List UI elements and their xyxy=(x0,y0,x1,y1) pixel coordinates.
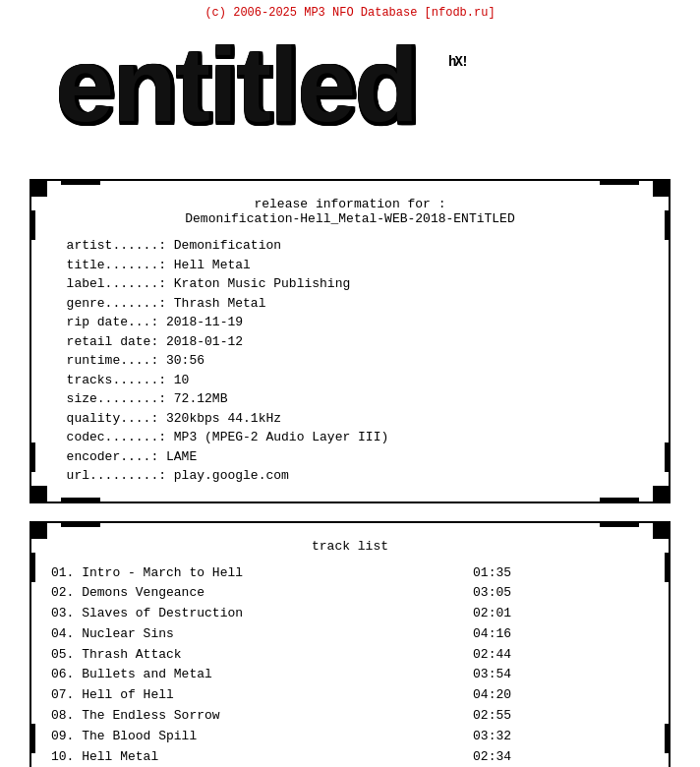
release-title: release information for : Demonification… xyxy=(51,197,649,226)
copyright-text: (c) 2006-2025 MP3 NFO Database [nfodb.ru… xyxy=(0,0,700,24)
track-list-block: 01. Intro - March to Hell 01:35 02. Demo… xyxy=(51,563,649,768)
logo-area xyxy=(0,24,700,171)
release-info-block: artist......: Demonification title......… xyxy=(51,236,649,486)
release-subtitle: Demonification-Hell_Metal-WEB-2018-ENTiT… xyxy=(185,211,514,226)
tracklist-title-text: track list xyxy=(312,539,388,554)
tracklist-section: track list 01. Intro - March to Hell 01:… xyxy=(29,521,671,768)
tracklist-title: track list xyxy=(51,539,649,554)
release-title-line1: release information for : xyxy=(254,197,445,211)
logo-canvas xyxy=(26,33,674,161)
release-section: release information for : Demonification… xyxy=(29,179,671,503)
